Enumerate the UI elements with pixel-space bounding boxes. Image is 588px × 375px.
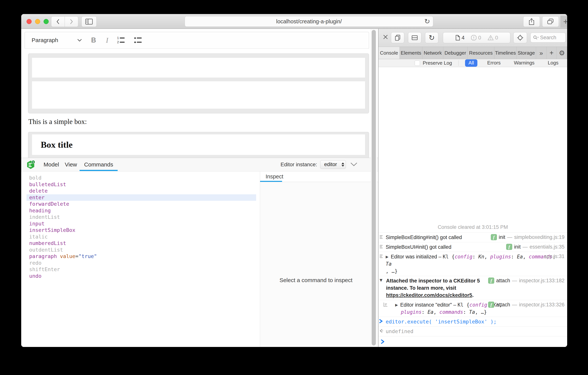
- reload-icon[interactable]: ↻: [424, 17, 430, 25]
- scrollbar-thumb[interactable]: [372, 30, 376, 345]
- simple-box-widget-empty[interactable]: [28, 54, 369, 113]
- chevron-down-icon[interactable]: [77, 39, 82, 42]
- editor-instance-select[interactable]: editor: [320, 160, 346, 169]
- zoom-window-button[interactable]: [43, 19, 49, 24]
- command-list-item[interactable]: shiftEnter: [27, 266, 256, 273]
- italic-button[interactable]: I: [106, 36, 108, 44]
- ck-tab-model[interactable]: Model: [43, 158, 59, 171]
- more-tabs-chevrons-icon[interactable]: »: [536, 47, 546, 59]
- tabs-overview-icon: [547, 18, 554, 25]
- source-location[interactable]: app.js:31: [544, 254, 565, 259]
- console-prompt[interactable]: [378, 336, 567, 347]
- show-tabs-button[interactable]: [542, 16, 559, 27]
- filter-warnings[interactable]: Warnings: [511, 59, 538, 67]
- reload-page-button[interactable]: ↻: [425, 32, 438, 43]
- close-inspector-icon[interactable]: [383, 34, 388, 40]
- filter-all[interactable]: All: [465, 59, 477, 67]
- gear-icon[interactable]: ⚙: [557, 47, 567, 59]
- command-list-item[interactable]: undo: [27, 273, 256, 279]
- command-list-item[interactable]: indentList: [27, 214, 256, 221]
- error-count-badge[interactable]: 0: [471, 35, 481, 41]
- dock-side-button[interactable]: [408, 32, 421, 43]
- command-list-item[interactable]: delete: [27, 188, 256, 194]
- numbered-list-button[interactable]: 12: [117, 36, 126, 44]
- simple-box-title-field[interactable]: Box title: [32, 134, 365, 155]
- simple-box-widget[interactable]: Box title: [28, 132, 369, 159]
- console-source-meta[interactable]: fattach — inspector.js:133:182: [488, 277, 565, 284]
- filter-logs[interactable]: Logs: [545, 59, 562, 67]
- disclosure-closed-icon[interactable]: ▶: [386, 255, 388, 259]
- console-row-bold[interactable]: ▼Attached the inspector to a CKEditor 5i…: [378, 276, 567, 300]
- console-row-log[interactable]: ▶Editor was initialized – Kl {config: Kn…: [378, 252, 567, 276]
- ck-tab-view[interactable]: View: [65, 158, 77, 171]
- detach-inspector-button[interactable]: [391, 32, 404, 43]
- console-row-log[interactable]: SimpleBoxEditing#init() got calledfinit …: [378, 232, 567, 242]
- simple-box-description-field[interactable]: [32, 81, 365, 109]
- command-list-item[interactable]: enter: [27, 194, 256, 201]
- console-source-meta[interactable]: fattach — inspector.js:133:326: [488, 302, 565, 308]
- tab-elements[interactable]: Elements: [400, 47, 422, 59]
- filter-errors[interactable]: Errors: [484, 59, 504, 67]
- command-list-item[interactable]: input: [27, 221, 256, 227]
- add-tab-icon[interactable]: +: [546, 47, 557, 59]
- simple-box-title-field[interactable]: [32, 58, 365, 77]
- source-location[interactable]: simpleboxediting.js:19: [514, 234, 565, 240]
- disclosure-open-icon[interactable]: ▼: [380, 278, 382, 282]
- tab-storage[interactable]: Storage: [517, 47, 536, 59]
- element-picker-button[interactable]: [513, 32, 527, 43]
- page-scrollbar[interactable]: [371, 29, 377, 347]
- minimize-window-button[interactable]: [35, 19, 40, 24]
- command-list-item[interactable]: italic: [27, 233, 256, 240]
- paragraph-style-dropdown[interactable]: Paragraph: [32, 37, 58, 44]
- source-location[interactable]: inspector.js:133:326: [519, 302, 565, 308]
- console-row-result[interactable]: undefined: [378, 326, 567, 336]
- console-line: , …}: [386, 267, 564, 275]
- ck-tab-commands[interactable]: Commands: [84, 158, 113, 171]
- function-name: attach: [496, 302, 510, 308]
- document-count-badge[interactable]: 4: [455, 35, 465, 41]
- close-window-button[interactable]: [27, 19, 32, 24]
- tab-console[interactable]: Console: [378, 47, 400, 59]
- command-list-item[interactable]: redo: [27, 260, 256, 266]
- console-source-meta[interactable]: finit — simpleboxediting.js:19: [491, 234, 565, 240]
- inspect-tab[interactable]: Inspect: [266, 171, 284, 182]
- command-list-item[interactable]: numberedList: [27, 240, 256, 247]
- console-source-meta[interactable]: finit — essentials.js:35: [506, 244, 565, 250]
- disclosure-closed-icon[interactable]: ▶: [395, 303, 398, 307]
- console-row-gutter: [378, 253, 386, 275]
- command-list-item[interactable]: heading: [27, 207, 256, 214]
- command-list-item[interactable]: bold: [27, 175, 256, 181]
- command-list-item[interactable]: paragraph value="true": [27, 253, 256, 260]
- warning-count-badge[interactable]: 0: [488, 35, 498, 41]
- source-location[interactable]: essentials.js:35: [529, 244, 565, 250]
- sidebar-toggle-button[interactable]: [82, 16, 97, 27]
- tab-resources[interactable]: Resources: [468, 47, 494, 59]
- tab-timelines[interactable]: Timelines: [494, 47, 517, 59]
- collapse-inspector-chevron-icon[interactable]: [350, 162, 358, 167]
- source-location[interactable]: inspector.js:133:182: [519, 278, 565, 284]
- inspector-search-field[interactable]: Search: [530, 33, 566, 43]
- console-row-nested[interactable]: ▶Editor instance "editor" – Kl {config: …: [378, 300, 567, 317]
- tab-debugger[interactable]: Debugger: [443, 47, 468, 59]
- bold-button[interactable]: B: [91, 36, 96, 44]
- paragraph-text[interactable]: This is a simple box:: [28, 118, 87, 126]
- new-tab-button[interactable]: +: [560, 16, 567, 28]
- console-row-log[interactable]: SimpleBoxUI#init() got calledfinit — ess…: [378, 242, 567, 252]
- tab-network[interactable]: Network: [422, 47, 443, 59]
- back-button[interactable]: [51, 16, 65, 27]
- command-list-item[interactable]: bulletedList: [27, 181, 256, 188]
- ckeditor-logo-icon: 5: [26, 160, 35, 169]
- address-bar[interactable]: localhost/creating-a-plugin/ ↻: [185, 16, 433, 27]
- preserve-log-checkbox[interactable]: [415, 60, 420, 66]
- console-text: Kl: [457, 302, 466, 308]
- bulleted-list-button[interactable]: [134, 36, 142, 44]
- forward-button[interactable]: [65, 16, 78, 27]
- console-row-command[interactable]: editor.execute( 'insertSimpleBox' );: [378, 317, 567, 326]
- command-list-item[interactable]: forwardDelete: [27, 201, 256, 207]
- box-title-text[interactable]: Box title: [41, 140, 73, 150]
- share-button[interactable]: [523, 16, 540, 27]
- command-list-item[interactable]: insertSimpleBox: [27, 227, 256, 233]
- console-source-meta[interactable]: app.js:31: [542, 254, 565, 259]
- command-list-item[interactable]: outdentList: [27, 247, 256, 253]
- inspector-toolbar: ↻ 4 0 0 Search: [378, 29, 567, 47]
